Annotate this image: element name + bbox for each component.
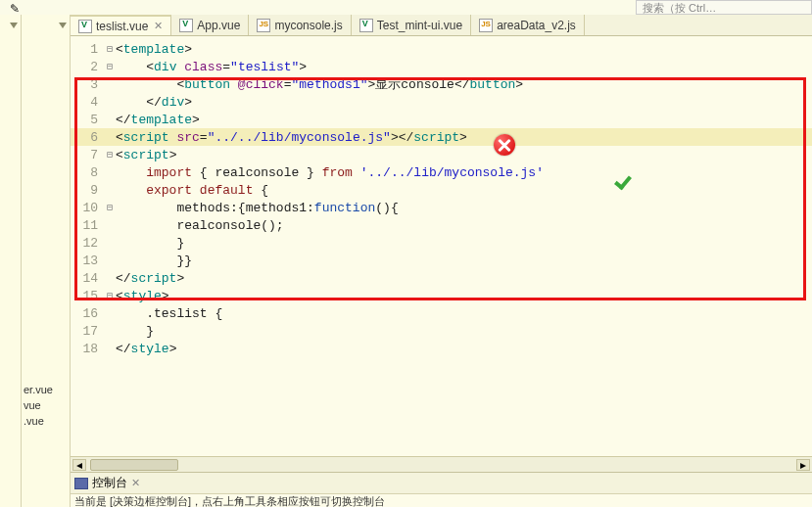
js-file-icon <box>257 19 270 32</box>
code-line[interactable]: 3 <button @click="methods1">显示console</b… <box>71 75 812 93</box>
vue-file-icon <box>179 19 193 32</box>
explorer-item[interactable]: .vue <box>24 413 53 429</box>
scroll-left-button[interactable]: ◂ <box>72 459 86 471</box>
line-number: 2 <box>71 60 104 74</box>
code-line[interactable]: 7⊟<script> <box>71 146 812 163</box>
line-number: 1 <box>71 42 104 57</box>
code-text[interactable]: <script> <box>116 148 802 162</box>
code-text[interactable]: } <box>116 236 802 251</box>
annotation-x-icon <box>494 134 515 156</box>
code-text[interactable]: <div class="teslist"> <box>116 60 802 74</box>
collapse-caret-icon[interactable] <box>10 23 18 28</box>
left-gutter <box>0 15 22 507</box>
code-text[interactable]: .teslist { <box>116 306 802 321</box>
line-number: 12 <box>71 236 104 251</box>
code-area[interactable]: 1⊟<template>2⊟ <div class="teslist">3 <b… <box>71 40 812 357</box>
code-text[interactable]: </style> <box>116 342 802 356</box>
code-text[interactable]: </script> <box>116 271 802 286</box>
tab-test-mint-ui-vue[interactable]: Test_mint-ui.vue <box>352 15 471 35</box>
vue-file-icon <box>359 19 373 32</box>
line-number: 8 <box>71 165 104 180</box>
code-line[interactable]: 8 import { realconsole } from '../../lib… <box>71 163 812 181</box>
editor-body[interactable]: 1⊟<template>2⊟ <div class="teslist">3 <b… <box>71 36 812 472</box>
console-message: 当前是 [决策边框控制台]，点右上角工具条相应按钮可切换控制台 <box>74 495 385 507</box>
console-tab[interactable]: 控制台 ✕ <box>71 472 812 493</box>
code-line[interactable]: 4 </div> <box>71 93 812 111</box>
code-text[interactable]: realconsole(); <box>116 218 802 233</box>
tab-areadata-v2-js[interactable]: areaData_v2.js <box>471 15 585 35</box>
code-line[interactable]: 18</style> <box>71 340 812 357</box>
code-text[interactable]: <template> <box>116 42 802 57</box>
horizontal-scrollbar[interactable]: ◂ ▸ <box>71 456 812 472</box>
tab-myconsole-js[interactable]: myconsole.js <box>249 15 351 35</box>
code-text[interactable]: import { realconsole } from '../../lib/m… <box>116 165 802 180</box>
code-text[interactable]: methods:{methods1:function(){ <box>116 201 802 215</box>
tab-teslist-vue[interactable]: teslist.vue✕ <box>71 15 171 35</box>
line-number: 6 <box>71 130 104 145</box>
line-number: 10 <box>71 201 104 215</box>
tab-label: areaData_v2.js <box>497 19 576 32</box>
fold-toggle-icon[interactable]: ⊟ <box>104 149 116 161</box>
code-text[interactable]: } <box>116 324 802 339</box>
code-text[interactable]: <script src="../../lib/myconsole.js"></s… <box>116 130 802 145</box>
close-icon[interactable]: ✕ <box>131 477 140 489</box>
code-line[interactable]: 9 export default { <box>71 181 812 199</box>
explorer-item[interactable]: vue <box>24 397 53 413</box>
code-line[interactable]: 6<script src="../../lib/myconsole.js"></… <box>71 128 812 146</box>
code-text[interactable]: }} <box>116 254 802 268</box>
line-number: 17 <box>71 324 104 339</box>
code-line[interactable]: 12 } <box>71 234 812 252</box>
tab-bar: teslist.vue✕App.vuemyconsole.jsTest_mint… <box>71 15 812 36</box>
scrollbar-thumb[interactable] <box>90 459 178 471</box>
tab-label: Test_mint-ui.vue <box>377 19 462 32</box>
line-number: 7 <box>71 148 104 162</box>
line-number: 14 <box>71 271 104 286</box>
code-line[interactable]: 2⊟ <div class="teslist"> <box>71 58 812 75</box>
console-tab-label: 控制台 <box>92 475 127 491</box>
explorer-item[interactable]: er.vue <box>24 382 53 397</box>
fold-toggle-icon[interactable]: ⊟ <box>104 290 116 301</box>
code-text[interactable]: </div> <box>116 95 802 110</box>
code-line[interactable]: 5</template> <box>71 111 812 128</box>
search-placeholder: 搜索（按 Ctrl… <box>643 2 716 14</box>
tab-label: teslist.vue <box>96 20 148 33</box>
code-line[interactable]: 14</script> <box>71 269 812 287</box>
line-number: 18 <box>71 342 104 356</box>
code-line[interactable]: 1⊟<template> <box>71 40 812 58</box>
code-line[interactable]: 17 } <box>71 322 812 340</box>
search-input[interactable]: 搜索（按 Ctrl… <box>636 0 812 15</box>
code-line[interactable]: 10⊟ methods:{methods1:function(){ <box>71 199 812 216</box>
editor-column: teslist.vue✕App.vuemyconsole.jsTest_mint… <box>71 15 812 507</box>
explorer-panel: er.vuevue.vue <box>22 15 71 507</box>
code-text[interactable]: </template> <box>116 113 802 127</box>
code-text[interactable]: <button @click="methods1">显示console</but… <box>116 75 802 93</box>
line-number: 16 <box>71 306 104 321</box>
code-line[interactable]: 16 .teslist { <box>71 304 812 322</box>
line-number: 11 <box>71 218 104 233</box>
line-number: 13 <box>71 254 104 268</box>
code-text[interactable]: <style> <box>116 289 802 303</box>
fold-toggle-icon[interactable]: ⊟ <box>104 43 116 55</box>
vue-file-icon <box>78 20 92 33</box>
tab-label: myconsole.js <box>274 19 342 32</box>
code-text[interactable]: export default { <box>116 183 802 198</box>
line-number: 3 <box>71 77 104 92</box>
main-area: er.vuevue.vue teslist.vue✕App.vuemyconso… <box>0 15 812 507</box>
line-number: 4 <box>71 95 104 110</box>
toolbar-icon[interactable]: ✎ <box>10 2 24 14</box>
scroll-right-button[interactable]: ▸ <box>796 459 810 471</box>
close-icon[interactable]: ✕ <box>154 20 163 32</box>
line-number: 15 <box>71 289 104 303</box>
fold-toggle-icon[interactable]: ⊟ <box>104 61 116 72</box>
console-icon <box>74 478 88 489</box>
collapse-caret-icon[interactable] <box>59 23 67 28</box>
code-line[interactable]: 15⊟<style> <box>71 287 812 304</box>
code-line[interactable]: 13 }} <box>71 252 812 269</box>
tab-label: App.vue <box>197 19 240 32</box>
tab-app-vue[interactable]: App.vue <box>171 15 249 35</box>
code-line[interactable]: 11 realconsole(); <box>71 216 812 234</box>
line-number: 9 <box>71 183 104 198</box>
fold-toggle-icon[interactable]: ⊟ <box>104 202 116 213</box>
line-number: 5 <box>71 113 104 127</box>
js-file-icon <box>479 19 493 32</box>
